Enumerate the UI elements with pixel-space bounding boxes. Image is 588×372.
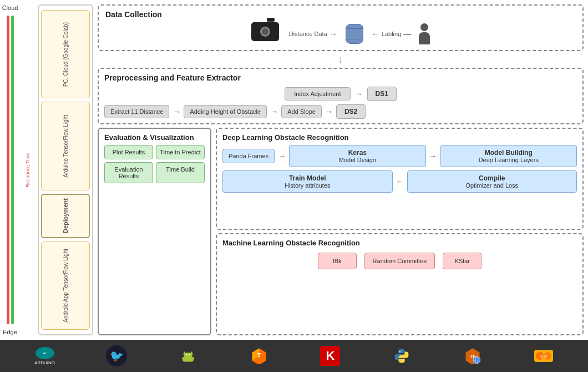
bar-green	[11, 16, 14, 324]
main-container: Cloud Edge Response Time PC, Cloud (Goog…	[0, 0, 588, 372]
arduino-icon: ∞ ARDUINO	[34, 347, 55, 365]
diagram-area: Cloud Edge Response Time PC, Cloud (Goog…	[0, 0, 588, 340]
ds1-box: DS1	[367, 87, 397, 101]
ds2-box: DS2	[336, 104, 366, 119]
add-slope-box: Add Slope	[281, 105, 322, 118]
section-deep-learning: Deep Learning Obstacle Recognition Panda…	[216, 128, 584, 230]
time-to-predict-box: Time to Predict	[156, 145, 205, 159]
svg-point-2	[189, 354, 190, 355]
labling-label: Labling	[382, 31, 401, 37]
colab-icon: CO	[534, 346, 554, 366]
keras-icon: K	[320, 346, 340, 366]
model-building-box: Model Building Deep Learning Layers	[440, 145, 577, 167]
section-machine-learning: Machine Learning Obstacle Recognition IB…	[216, 233, 584, 335]
svg-point-8	[402, 359, 404, 361]
time-build-box: Time Build	[156, 162, 205, 183]
python-icon	[392, 346, 412, 366]
adding-height-box: Adding Height of Obstacle	[184, 105, 267, 118]
keras-box: Keras Model Design	[289, 145, 425, 167]
kstar-box: KStar	[443, 253, 481, 269]
section-evaluation: Evaluation & Visualization Plot Results …	[98, 128, 211, 335]
svg-text:CO: CO	[540, 354, 547, 359]
camera-icon	[251, 22, 281, 46]
extract-11-box: Extract 11 Distance	[104, 105, 169, 118]
svg-point-1	[186, 354, 187, 355]
random-committee-box: Random Committee	[364, 253, 435, 269]
android-icon	[178, 346, 198, 366]
toolbar: ∞ ARDUINO 🐦 T	[0, 340, 588, 372]
plot-results-box: Plot Results	[104, 145, 153, 159]
database-icon	[345, 24, 364, 44]
person-icon	[419, 23, 430, 44]
section-data-collection: Data Collection Distance Data →	[98, 4, 584, 51]
evaluation-title: Evaluation & Visualization	[104, 133, 205, 142]
section-preprocessing: Preprocessing and Feature Extractor Inde…	[98, 68, 584, 124]
svg-point-7	[399, 351, 401, 353]
compile-box: Compile Optimizer and Loss	[407, 170, 577, 193]
svg-text:T: T	[257, 353, 261, 359]
tensorflow-icon: T	[249, 346, 269, 366]
tflite-icon: TF	[463, 346, 483, 366]
index-adjustment-box: Index Adjustment	[285, 87, 350, 100]
data-collection-title: Data Collection	[105, 10, 576, 19]
deep-learning-title: Deep Learning Obstacle Recognition	[222, 133, 577, 142]
platform-arduino-tf: Arduino TensorFlow Light	[41, 102, 90, 190]
machine-learning-title: Machine Learning Obstacle Recognition	[222, 239, 577, 247]
cloud-label: Cloud	[2, 4, 18, 11]
edge-label: Edge	[3, 329, 17, 335]
bar-red	[7, 16, 9, 324]
panda-frames-box: Panda Frames	[222, 149, 275, 163]
preprocessing-title: Preprocessing and Feature Extractor	[104, 73, 577, 82]
train-model-box: Train Model History attributes	[222, 170, 393, 193]
distance-data-label: Distance Data	[289, 31, 327, 37]
response-time-label: Response Time	[25, 153, 31, 188]
weka-icon: 🐦	[106, 345, 127, 366]
evaluation-results-box: Evaluation Results	[104, 162, 153, 183]
ibk-box: IBk	[318, 253, 357, 269]
platform-android-tf: Android App TensorFlow Light	[41, 242, 90, 330]
platform-deployment: Deployment	[41, 194, 90, 238]
platform-pc-cloud: PC, Cloud (Google Colab)	[41, 10, 90, 98]
